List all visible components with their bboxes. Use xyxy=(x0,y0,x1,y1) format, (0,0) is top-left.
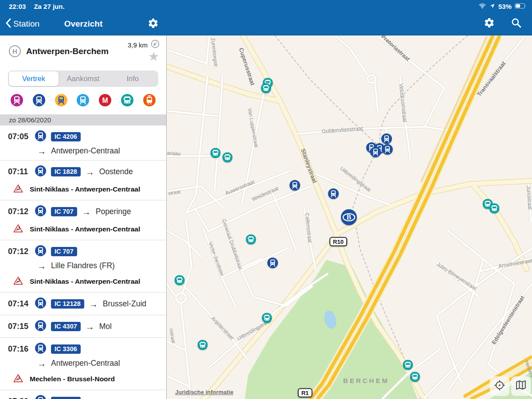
departure-time: 07:12 xyxy=(8,247,30,256)
destination: Antwerpen-Centraal xyxy=(51,359,120,368)
departure-row[interactable]: 07:15 IC 4307→ Mol xyxy=(0,315,166,338)
battery-percent: 53% xyxy=(498,3,512,10)
locate-me-button[interactable] xyxy=(490,376,509,396)
departure-row[interactable]: 07:14 IC 12128→ Brussel-Zuid xyxy=(0,293,166,315)
map-bus-stop-icon[interactable] xyxy=(211,148,221,158)
warning-text: Sint-Niklaas - Antwerpen-Centraal xyxy=(30,185,140,193)
back-label: Station xyxy=(13,19,39,29)
roadworks-warning-icon xyxy=(13,276,23,287)
map-bus-stop-icon[interactable] xyxy=(261,83,271,94)
tab-info[interactable]: Info xyxy=(108,71,157,86)
warning-text: Sint-Niklaas - Antwerpen-Centraal xyxy=(30,278,140,286)
road-badge-r10: R10 xyxy=(329,237,347,246)
map-bus-stop-icon[interactable] xyxy=(198,340,208,350)
legal-info-link[interactable]: Juridische informatie xyxy=(175,389,233,395)
back-chevron-icon xyxy=(4,18,12,30)
arrow-icon: → xyxy=(37,147,46,156)
warning-text: Sint-Niklaas - Antwerpen-Centraal xyxy=(30,225,140,233)
app-header: 22:03 Za 27 jun. 53% xyxy=(0,0,532,35)
map-train-stop-icon[interactable] xyxy=(328,188,339,199)
arrow-icon: → xyxy=(86,168,94,176)
mode-filter-local-train-icon[interactable] xyxy=(55,94,67,106)
roadworks-warning-icon xyxy=(13,374,23,384)
departure-row[interactable]: 07:20 IC 2627 xyxy=(0,390,166,399)
train-icon xyxy=(35,245,46,258)
panel-settings-gear-icon[interactable] xyxy=(148,18,159,31)
tab-bar: VertrekAankomstInfo xyxy=(8,70,158,87)
tab-aankomst[interactable]: Aankomst xyxy=(59,71,108,86)
map-train-stop-icon[interactable] xyxy=(370,147,381,157)
mode-filter-bus-icon[interactable] xyxy=(121,94,133,106)
departure-list: 07:05 IC 4206→ Antwerpen-Centraal07:11 I… xyxy=(0,125,166,399)
destination: Oostende xyxy=(99,167,133,176)
status-time: 22:03 xyxy=(9,3,26,10)
departure-row[interactable]: 07:11 IC 1828→ Oostende Sint-Niklaas - A… xyxy=(0,160,166,200)
train-icon xyxy=(35,130,46,143)
arrow-icon: → xyxy=(89,300,98,309)
arrow-icon: → xyxy=(82,207,91,216)
train-icon xyxy=(35,343,46,356)
station-name: Antwerpen-Berchem xyxy=(26,47,109,56)
map-bus-stop-icon[interactable] xyxy=(223,153,233,163)
map-train-stop-icon[interactable] xyxy=(381,133,392,144)
departure-row[interactable]: 07:16 IC 3306→ Antwerpen-Centraal Mechel… xyxy=(0,338,166,390)
map-bus-stop-icon[interactable] xyxy=(403,360,413,370)
line-badge: IC 12128 xyxy=(51,299,84,309)
line-badge: IC 707 xyxy=(51,207,77,216)
line-badge: IC 3306 xyxy=(51,344,81,354)
mode-filter-metro-icon[interactable]: M xyxy=(99,94,111,106)
mode-filter-highspeed-train-icon[interactable] xyxy=(11,94,23,106)
status-date: Za 27 jun. xyxy=(34,3,64,10)
tab-vertrek[interactable]: Vertrek xyxy=(9,71,59,86)
roadworks-warning-icon xyxy=(13,224,23,235)
departure-row[interactable]: 07:12 IC 707→ Poperinge Sint-Niklaas - A… xyxy=(0,200,166,240)
panel-navbar: Station Overzicht xyxy=(0,12,167,35)
station-distance: 3,9 km xyxy=(128,41,148,49)
mode-filter-s-train-icon[interactable] xyxy=(77,94,89,106)
map-style-button[interactable] xyxy=(511,376,531,396)
line-badge: IC 4307 xyxy=(51,322,81,331)
map-bus-stop-icon[interactable] xyxy=(262,313,272,323)
compass-direction-icon xyxy=(150,39,160,51)
search-icon[interactable] xyxy=(511,17,522,30)
favorite-star-icon[interactable]: ★ xyxy=(148,51,159,63)
transport-mode-filters: M xyxy=(0,94,166,106)
destination: Mol xyxy=(99,322,112,331)
departure-time: 07:05 xyxy=(8,132,30,141)
warning-text: Mechelen - Brussel-Noord xyxy=(30,375,115,383)
departure-time: 07:20 xyxy=(8,397,30,399)
map-bus-stop-icon[interactable] xyxy=(246,235,256,245)
mode-filter-tram-icon[interactable] xyxy=(143,94,156,106)
departure-row[interactable]: 07:12 IC 707→ Lille Flandres (FR) Sint-N… xyxy=(0,240,166,293)
departure-row[interactable]: 07:05 IC 4206→ Antwerpen-Centraal xyxy=(0,125,166,160)
works-warning-banner: Sint-Niklaas - Antwerpen-Centraal xyxy=(13,224,161,235)
map-train-stop-icon[interactable] xyxy=(289,180,300,191)
map-train-stop-icon[interactable] xyxy=(382,144,393,155)
map-view[interactable]: ZurenborgstrCuperusstraatTransvaalstraat… xyxy=(167,35,532,399)
train-icon xyxy=(35,165,46,178)
works-warning-banner: Sint-Niklaas - Antwerpen-Centraal xyxy=(13,276,161,287)
roadworks-warning-icon xyxy=(13,184,23,195)
status-bar: 22:03 Za 27 jun. 53% xyxy=(0,0,532,12)
destination: Brussel-Zuid xyxy=(103,299,146,309)
map-bus-stop-icon[interactable] xyxy=(410,372,420,382)
svg-text:B: B xyxy=(347,213,352,221)
map-settings-gear-icon[interactable] xyxy=(484,17,495,30)
arrow-icon: → xyxy=(37,262,46,270)
station-panel: H Antwerpen-Berchem 3,9 km ★ VertrekAank… xyxy=(0,35,167,399)
battery-icon xyxy=(515,3,527,10)
map-navbar xyxy=(167,18,532,35)
destination: Lille Flandres (FR) xyxy=(51,261,115,270)
location-arrow-icon xyxy=(489,3,495,10)
back-button[interactable]: Station xyxy=(0,18,39,30)
mode-filter-ic-train-icon[interactable] xyxy=(33,94,45,106)
works-warning-banner: Mechelen - Brussel-Noord xyxy=(13,374,161,384)
map-bus-stop-icon[interactable] xyxy=(175,275,185,286)
map-bus-stop-icon[interactable] xyxy=(489,203,500,214)
map-train-stop-icon[interactable] xyxy=(267,258,278,268)
nmbs-station-logo-marker[interactable]: B xyxy=(341,209,357,225)
departure-time: 07:14 xyxy=(8,299,30,309)
line-badge: IC 4206 xyxy=(51,132,81,141)
wifi-icon xyxy=(478,3,486,10)
departure-time: 07:11 xyxy=(8,167,30,176)
